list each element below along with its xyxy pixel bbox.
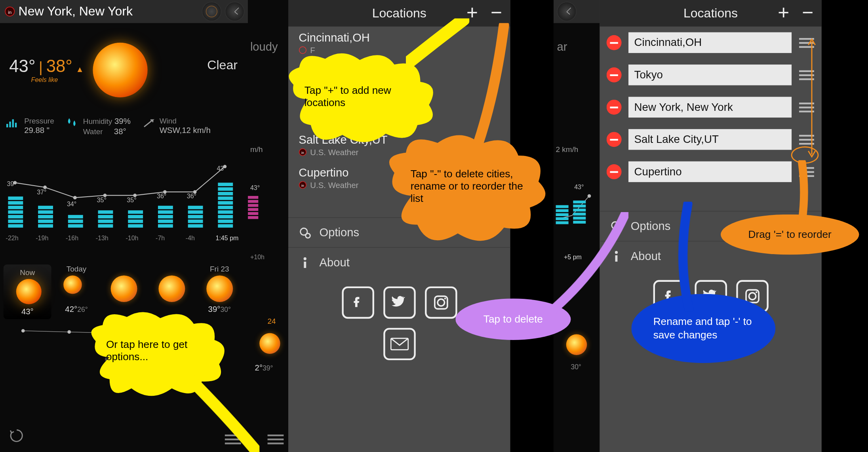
svg-rect-4 xyxy=(12,119,14,127)
provider-badge-icon: in xyxy=(5,6,15,17)
svg-point-36 xyxy=(755,291,757,293)
drawer-header: Locations + − xyxy=(288,0,510,27)
refresh-icon[interactable] xyxy=(8,427,25,444)
hour-label: -4h xyxy=(186,235,195,241)
hour-temp: 35° xyxy=(127,196,136,203)
hour-temp: 43° xyxy=(217,165,226,171)
facebook-icon[interactable] xyxy=(342,287,374,319)
hour-label: -16h xyxy=(66,235,78,241)
location-name-field[interactable] xyxy=(628,161,792,182)
hour-label: -13h xyxy=(96,235,108,241)
svg-point-15 xyxy=(67,330,71,334)
location-name-field[interactable] xyxy=(628,32,792,53)
drawer-header: Locations + − xyxy=(600,0,822,27)
clock-icon[interactable] xyxy=(557,2,577,21)
edit-locations-button[interactable]: − xyxy=(491,2,502,22)
mail-icon[interactable] xyxy=(383,328,416,360)
svg-point-22 xyxy=(306,233,310,238)
edit-location-row xyxy=(600,91,822,123)
instagram-icon[interactable] xyxy=(424,287,457,319)
edit-location-row xyxy=(600,59,822,91)
callout-tap-delete: Tap to delete xyxy=(455,298,571,340)
edit-location-row xyxy=(600,123,822,156)
condition-text: Clear xyxy=(207,58,238,73)
callout-options-hint: Or tap here to get options... xyxy=(86,311,225,403)
clock-icon[interactable] xyxy=(225,2,245,21)
delete-button[interactable] xyxy=(607,132,622,147)
svg-point-16 xyxy=(299,47,306,53)
forecast-day[interactable]: Today 42°26° xyxy=(54,264,99,313)
info-icon xyxy=(299,256,311,269)
hour-label: -10h xyxy=(126,235,138,241)
svg-rect-5 xyxy=(15,123,17,127)
hour-label: -7h xyxy=(156,235,165,241)
svg-point-14 xyxy=(21,329,25,332)
hour-label: 1:45 pm xyxy=(216,235,239,241)
pressure-icon xyxy=(6,116,21,129)
svg-point-26 xyxy=(437,299,444,306)
hourly-chart[interactable]: -22h-19h-16h-13h-10h-7h-4h1:45 pm 39°37°… xyxy=(4,149,245,241)
svg-point-27 xyxy=(444,298,445,299)
temp-actual: 43° xyxy=(9,57,35,76)
svg-point-29 xyxy=(588,194,591,198)
svg-point-8 xyxy=(73,196,77,199)
svg-rect-3 xyxy=(9,122,11,127)
svg-point-23 xyxy=(304,257,306,260)
metrics-row: Pressure 29.88 " Humidity 39% Water 38° xyxy=(0,110,248,139)
add-location-button[interactable]: + xyxy=(778,2,789,22)
provider-icon: in xyxy=(299,181,306,189)
done-editing-button[interactable]: − xyxy=(802,2,814,22)
hour-label: -19h xyxy=(36,235,48,241)
forecast-day[interactable] xyxy=(149,264,195,313)
hour-temp: 37° xyxy=(37,188,46,195)
forecast-day[interactable] xyxy=(101,264,147,313)
edit-location-row xyxy=(600,27,822,59)
drawer-title: Locations xyxy=(683,6,738,21)
svg-text:in: in xyxy=(301,151,304,155)
svg-text:in: in xyxy=(8,9,11,15)
svg-text:in: in xyxy=(301,184,304,188)
feels-like-label: Feels like xyxy=(31,76,58,83)
svg-rect-24 xyxy=(304,261,306,268)
location-name-field[interactable] xyxy=(628,129,792,150)
trend-up-icon: ▲ xyxy=(76,65,84,74)
delete-button[interactable] xyxy=(607,67,622,82)
svg-rect-2 xyxy=(6,124,8,127)
delete-button[interactable] xyxy=(607,100,622,115)
gear-icon xyxy=(299,226,311,239)
menu-icon[interactable] xyxy=(268,435,284,444)
top-bar: in New York, New York xyxy=(0,0,248,23)
forecast-row[interactable]: Now 43° Today 42°26° Fri 23 39°30° xyxy=(0,261,248,319)
forecast-now[interactable]: Now 43° xyxy=(4,264,51,319)
callout-drag-reorder: Drag '=' to reorder xyxy=(721,215,859,255)
callout-delete-reorder: Tap "-" to delete cities, rename or to r… xyxy=(383,133,550,254)
wind-icon xyxy=(141,116,156,129)
hero-section: 43° | 38° ▲ Feels like Clear xyxy=(0,23,248,109)
temp-feels: 38° xyxy=(46,57,72,76)
location-name-field[interactable] xyxy=(628,65,792,85)
sun-icon xyxy=(93,42,148,97)
location-title: New York, New York xyxy=(19,4,133,19)
radar-icon[interactable] xyxy=(202,2,222,21)
hour-temp: 39° xyxy=(7,180,16,187)
hour-temp: 36° xyxy=(187,192,196,199)
humidity-icon xyxy=(65,116,80,129)
hour-label: -22h xyxy=(6,235,19,241)
twitter-icon[interactable] xyxy=(383,287,416,319)
callout-rename-save: Rename and tap '-' to save changes xyxy=(631,294,775,363)
hour-temp: 35° xyxy=(97,196,107,203)
forecast-day[interactable]: Fri 23 39°30° xyxy=(197,264,242,313)
hour-temp: 36° xyxy=(157,192,166,199)
location-name-field[interactable] xyxy=(628,97,792,118)
reorder-arrow-icon xyxy=(805,34,819,161)
hour-temp: 34° xyxy=(67,200,76,207)
delete-button[interactable] xyxy=(607,35,622,50)
delete-button[interactable] xyxy=(607,164,622,179)
